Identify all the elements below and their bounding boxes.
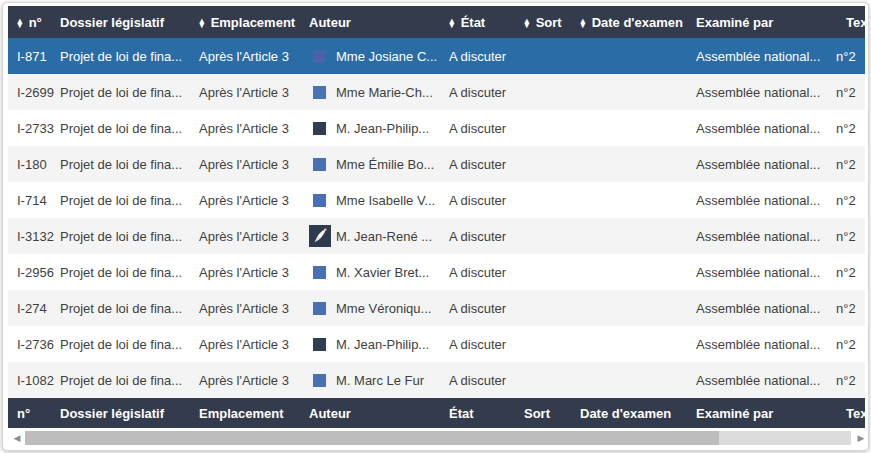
footer-header-emplacement: Emplacement	[199, 406, 309, 421]
cell-numero: I-274	[8, 301, 60, 316]
cell-numero: I-871	[8, 49, 60, 64]
cell-examine-par: Assemblée national...	[696, 121, 836, 136]
sort-icon[interactable]: ♦	[17, 15, 23, 30]
table-row[interactable]: I-2736 Projet de loi de fina... Après l'…	[8, 326, 865, 362]
column-header-texte[interactable]: Tex	[836, 15, 865, 30]
cell-dossier: Projet de loi de fina...	[60, 157, 199, 172]
footer-header-date-examen: Date d'examen	[580, 406, 696, 421]
cell-examine-par: Assemblée national...	[696, 373, 836, 388]
cell-dossier: Projet de loi de fina...	[60, 193, 199, 208]
cell-emplacement: Après l'Article 3	[199, 229, 309, 244]
cell-etat: A discuter	[449, 157, 524, 172]
author-name: M. Jean-Philip...	[336, 121, 429, 136]
cell-texte: n°2	[836, 85, 865, 100]
cell-auteur: Mme Marie-Ch...	[309, 85, 449, 100]
table-row[interactable]: I-2699 Projet de loi de fina... Après l'…	[8, 74, 865, 110]
cell-texte: n°2	[836, 229, 865, 244]
column-header-auteur[interactable]: Auteur	[309, 15, 449, 30]
author-name: M. Jean-Philip...	[336, 337, 429, 352]
cell-examine-par: Assemblée national...	[696, 301, 836, 316]
footer-header-texte: Tex	[836, 406, 865, 421]
cell-numero: I-2956	[8, 265, 60, 280]
cell-examine-par: Assemblée national...	[696, 265, 836, 280]
column-header-sort[interactable]: ♦ Sort	[524, 15, 580, 30]
table-clip: ♦ n° Dossier législatif ♦ Emplacement Au…	[8, 6, 865, 428]
table-row[interactable]: I-274 Projet de loi de fina... Après l'A…	[8, 290, 865, 326]
cell-texte: n°2	[836, 49, 865, 64]
column-header-label: n°	[29, 15, 42, 30]
footer-header-sort: Sort	[524, 406, 580, 421]
cell-emplacement: Après l'Article 3	[199, 49, 309, 64]
cell-dossier: Projet de loi de fina...	[60, 373, 199, 388]
column-header-examine-par[interactable]: Examiné par	[696, 15, 836, 30]
sort-icon[interactable]: ♦	[199, 15, 205, 30]
column-header-label: Sort	[536, 15, 562, 30]
scrollbar-track[interactable]	[25, 431, 851, 445]
horizontal-scrollbar[interactable]: ◀ ▶	[11, 430, 867, 445]
party-color-icon	[313, 374, 326, 387]
table-row[interactable]: I-2956 Projet de loi de fina... Après l'…	[8, 254, 865, 290]
footer-header-numero: n°	[8, 406, 60, 421]
cell-examine-par: Assemblée national...	[696, 85, 836, 100]
footer-header-dossier: Dossier législatif	[60, 406, 199, 421]
sort-icon[interactable]: ♦	[524, 15, 530, 30]
footer-header-examine-par: Examiné par	[696, 406, 836, 421]
cell-etat: A discuter	[449, 265, 524, 280]
footer-header-etat: État	[449, 406, 524, 421]
cell-etat: A discuter	[449, 301, 524, 316]
table-row[interactable]: I-2733 Projet de loi de fina... Après l'…	[8, 110, 865, 146]
cell-dossier: Projet de loi de fina...	[60, 121, 199, 136]
sort-icon[interactable]: ♦	[580, 15, 586, 30]
table-row[interactable]: I-871 Projet de loi de fina... Après l'A…	[8, 38, 865, 74]
cell-texte: n°2	[836, 121, 865, 136]
cell-emplacement: Après l'Article 3	[199, 301, 309, 316]
sort-icon[interactable]: ♦	[449, 15, 455, 30]
cell-texte: n°2	[836, 157, 865, 172]
column-header-label: Date d'examen	[592, 15, 683, 30]
table-row[interactable]: I-1082 Projet de loi de fina... Après l'…	[8, 362, 865, 398]
scroll-left-icon[interactable]: ◀	[11, 431, 23, 445]
column-header-label: Tex	[846, 15, 865, 30]
cell-examine-par: Assemblée national...	[696, 193, 836, 208]
cell-numero: I-1082	[8, 373, 60, 388]
party-color-icon	[313, 338, 326, 351]
cell-auteur: M. Marc Le Fur	[309, 373, 449, 388]
author-name: Mme Véroniqu...	[336, 301, 431, 316]
column-header-numero[interactable]: ♦ n°	[8, 15, 60, 30]
column-header-label: État	[461, 15, 486, 30]
cell-numero: I-180	[8, 157, 60, 172]
cell-auteur: M. Jean-Philip...	[309, 337, 449, 352]
cell-examine-par: Assemblée national...	[696, 229, 836, 244]
author-name: M. Xavier Bret...	[336, 265, 429, 280]
column-header-date-examen[interactable]: ♦ Date d'examen	[580, 15, 696, 30]
cell-dossier: Projet de loi de fina...	[60, 229, 199, 244]
table-row[interactable]: I-714 Projet de loi de fina... Après l'A…	[8, 182, 865, 218]
scrollbar-thumb[interactable]	[25, 431, 719, 445]
cell-dossier: Projet de loi de fina...	[60, 49, 199, 64]
cell-texte: n°2	[836, 373, 865, 388]
table-row[interactable]: I-180 Projet de loi de fina... Après l'A…	[8, 146, 865, 182]
table-row[interactable]: I-3132 Projet de loi de fina... Après l'…	[8, 218, 865, 254]
party-color-icon	[313, 194, 326, 207]
cell-examine-par: Assemblée national...	[696, 157, 836, 172]
cell-etat: A discuter	[449, 49, 524, 64]
cell-numero: I-2699	[8, 85, 60, 100]
footer-header-auteur: Auteur	[309, 406, 449, 421]
scroll-right-icon[interactable]: ▶	[855, 431, 867, 445]
table-footer-header-row: n° Dossier législatif Emplacement Auteur…	[8, 398, 865, 428]
cell-dossier: Projet de loi de fina...	[60, 337, 199, 352]
cell-numero: I-2733	[8, 121, 60, 136]
cell-etat: A discuter	[449, 121, 524, 136]
party-color-icon	[313, 50, 326, 63]
table-header-row: ♦ n° Dossier législatif ♦ Emplacement Au…	[8, 6, 865, 38]
column-header-dossier[interactable]: Dossier législatif	[60, 15, 199, 30]
cell-examine-par: Assemblée national...	[696, 337, 836, 352]
column-header-etat[interactable]: ♦ État	[449, 15, 524, 30]
column-header-label: Auteur	[309, 15, 351, 30]
cell-auteur: M. Jean-René ...	[309, 225, 449, 247]
column-header-emplacement[interactable]: ♦ Emplacement	[199, 15, 309, 30]
cell-etat: A discuter	[449, 193, 524, 208]
cell-numero: I-2736	[8, 337, 60, 352]
cell-emplacement: Après l'Article 3	[199, 85, 309, 100]
cell-dossier: Projet de loi de fina...	[60, 85, 199, 100]
